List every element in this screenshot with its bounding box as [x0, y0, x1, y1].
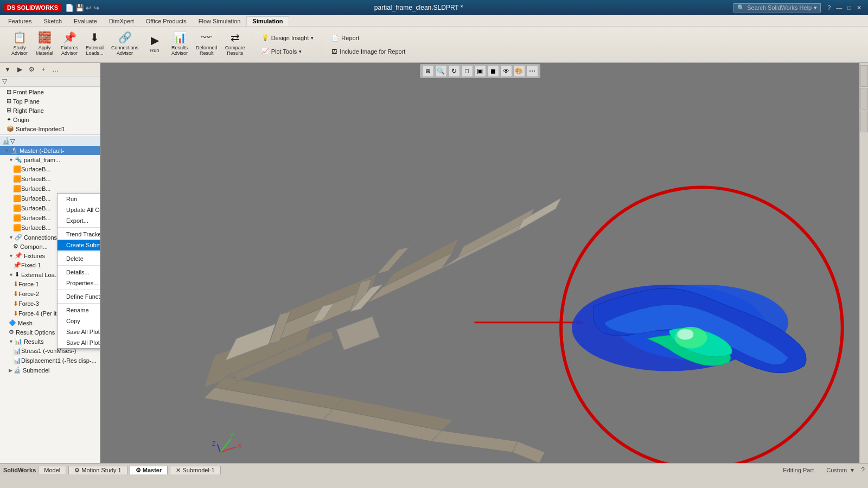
rp-button-3[interactable]: [860, 111, 868, 132]
tree-item-right-plane[interactable]: ⊞ Right Plane: [0, 106, 100, 115]
deformed-result-button[interactable]: 〰 DeformedResult: [193, 29, 221, 58]
maximize-button[interactable]: □: [845, 4, 853, 11]
tree-item-master[interactable]: ▼ 🔬 Master (-Default-: [0, 146, 100, 155]
tree-item-surface-b1[interactable]: 🟧 SurfaceB...: [0, 164, 100, 174]
stress1-icon: 📊: [13, 347, 21, 355]
svg-line-33: [218, 444, 220, 452]
tree-item-origin[interactable]: ✦ Origin: [0, 115, 100, 124]
external-loads-icon: ⬇: [90, 31, 99, 44]
close-button[interactable]: ✕: [854, 4, 864, 11]
report-label: Report: [341, 35, 359, 41]
rp-button-1[interactable]: [860, 65, 868, 87]
apply-material-button[interactable]: 🧱 ApplyMaterial: [33, 29, 56, 58]
surface-b6-label: SurfaceB...: [21, 215, 50, 221]
design-insight-button[interactable]: 💡 Design Insight ▾: [258, 32, 318, 43]
ctx-define-function[interactable]: Define Function Curves...: [58, 291, 100, 302]
include-image-button[interactable]: 🖼 Include Image for Report: [328, 46, 409, 57]
tree-item-front-plane[interactable]: ⊞ Front Plane: [0, 87, 100, 97]
sidebar-filter-icon[interactable]: ▼: [2, 64, 13, 75]
ctx-details[interactable]: Details...: [58, 267, 100, 278]
tree-item-surface-imported1[interactable]: 📦 Surface-Imported1: [0, 124, 100, 133]
tab-evaluate[interactable]: Evaluate: [68, 16, 103, 26]
tree-item-partial-frame[interactable]: ▼ 🔩 partial_fram...: [0, 155, 100, 164]
ctx-delete[interactable]: Delete: [58, 253, 100, 264]
design-insight-dropdown-icon[interactable]: ▾: [311, 35, 314, 41]
fixed-1-icon: 📌: [13, 261, 21, 269]
window-controls: ? — □ ✕: [825, 4, 864, 11]
tree-item-surface-b2[interactable]: 🟧 SurfaceB...: [0, 174, 100, 184]
run-button[interactable]: ▶ Run: [143, 29, 167, 58]
results-label: Results: [24, 338, 44, 345]
tab-sketch[interactable]: Sketch: [37, 16, 68, 26]
fixtures-advisor-label: FixturesAdvisor: [61, 45, 78, 56]
ctx-export[interactable]: Export...: [58, 215, 100, 226]
ctx-properties[interactable]: Properties...: [58, 278, 100, 288]
component-icon: ⚙: [13, 243, 18, 250]
tab-master[interactable]: ⚙ Master: [130, 466, 168, 474]
surface-b5-icon: 🟧: [13, 204, 21, 212]
top-plane-label: Top Plane: [13, 98, 40, 105]
tree-item-top-plane[interactable]: ⊞ Top Plane: [0, 97, 100, 106]
tab-office-products[interactable]: Office Products: [140, 16, 193, 26]
displacement1-label: Displacement1 (-Res disp-...: [21, 357, 97, 364]
results-advisor-button[interactable]: 📊 ResultsAdvisor: [168, 29, 192, 58]
tab-flow-simulation[interactable]: Flow Simulation: [193, 16, 247, 26]
tree-item-surface-b3[interactable]: 🟧 SurfaceB...: [0, 184, 100, 194]
search-dropdown-icon[interactable]: ▾: [814, 4, 817, 11]
connections-advisor-button[interactable]: 🔗 ConnectionsAdvisor: [108, 29, 142, 58]
tab-simulation[interactable]: Simulation: [246, 16, 289, 26]
ctx-save-all-jpeg[interactable]: Save All Plots as JPEG Files: [58, 326, 100, 337]
ctx-rename[interactable]: Rename: [58, 305, 100, 316]
tree-item-submodel[interactable]: ▶ 🔬 Submodel: [0, 365, 100, 375]
mesh-label: Mesh: [18, 320, 33, 326]
minimize-button[interactable]: —: [834, 4, 844, 11]
report-button[interactable]: 📄 Report: [328, 33, 409, 44]
tab-motion-study-1[interactable]: ⚙ Motion Study 1: [68, 466, 127, 474]
search-bar[interactable]: 🔍 Search SolidWorks Help ▾: [733, 3, 821, 12]
ctx-create-submodeling[interactable]: Create Submodeling Study: [58, 240, 100, 251]
main-area: ▼ ▶ ⚙ + … ▽ ⊞ Front Plane ⊞ Top Plane: [0, 63, 868, 463]
sw-logo-badge: DS SOLIDWORKS: [4, 4, 61, 11]
sidebar-add-icon[interactable]: +: [38, 64, 49, 75]
tab-dimxpert[interactable]: DimXpert: [103, 16, 140, 26]
tab-submodel-1[interactable]: ✕ Submodel-1: [170, 466, 220, 474]
ctx-trend-tracker[interactable]: Trend Tracker: [58, 229, 100, 240]
master-icon: 🔬: [10, 147, 18, 154]
help-icon[interactable]: ?: [825, 4, 833, 11]
ctx-update-all[interactable]: Update All Components: [58, 204, 100, 215]
study-advisor-button[interactable]: 📋 StudyAdvisor: [8, 29, 31, 58]
force-4-icon: ⬇: [13, 310, 18, 317]
custom-dropdown-icon[interactable]: ▾: [851, 466, 854, 474]
plot-tools-button[interactable]: 📈 Plot Tools ▾: [258, 46, 318, 57]
undo-icon[interactable]: ↩: [86, 4, 92, 12]
partial-frame-label: partial_fram...: [24, 157, 60, 163]
ctx-run[interactable]: Run: [58, 194, 100, 204]
sidebar-more-icon[interactable]: …: [50, 64, 61, 75]
tree-item-displacement1[interactable]: 📊 Displacement1 (-Res disp-...: [0, 356, 100, 365]
title-bar: DS SOLIDWORKS 📄 💾 ↩ ↪ partial_frame_clea…: [0, 0, 868, 15]
external-loads-label: External Loa...: [21, 272, 60, 278]
ctx-copy[interactable]: Copy: [58, 316, 100, 326]
ctx-save-all-edrawings[interactable]: Save All Plots as eDrawings: [58, 337, 100, 348]
external-loads-button[interactable]: ⬇ ExternalLoads...: [82, 29, 107, 58]
redo-icon[interactable]: ↪: [93, 4, 99, 12]
rp-button-2[interactable]: [860, 88, 868, 110]
tab-model[interactable]: Model: [38, 466, 66, 474]
fixtures-advisor-button[interactable]: 📌 FixturesAdvisor: [58, 29, 81, 58]
force-3-label: Force-3: [18, 300, 39, 307]
solidworks-logo: DS SOLIDWORKS: [4, 4, 61, 11]
help-bottom-icon[interactable]: ?: [861, 466, 865, 474]
plot-tools-dropdown-icon[interactable]: ▾: [299, 49, 302, 54]
search-icon: 🔍: [737, 4, 745, 11]
tab-features[interactable]: Features: [2, 16, 37, 26]
motion-study-label: Motion Study 1: [81, 467, 121, 473]
sidebar-expand-icon[interactable]: ▶: [14, 64, 25, 75]
file-icon[interactable]: 📄: [65, 4, 74, 12]
ribbon-group-report: 📄 Report 🖼 Include Image for Report: [323, 33, 413, 57]
sidebar-settings-icon[interactable]: ⚙: [26, 64, 37, 75]
compare-results-button[interactable]: ⇄ CompareResults: [222, 29, 248, 58]
3d-viewport[interactable]: ⊕ 🔍 ↻ □ ▣ ◼ 👁 🎨 ⋯: [100, 63, 859, 463]
submodel-tab-icon: ✕: [176, 467, 181, 473]
force-1-icon: ⬇: [13, 280, 18, 288]
save-icon[interactable]: 💾: [75, 4, 84, 12]
